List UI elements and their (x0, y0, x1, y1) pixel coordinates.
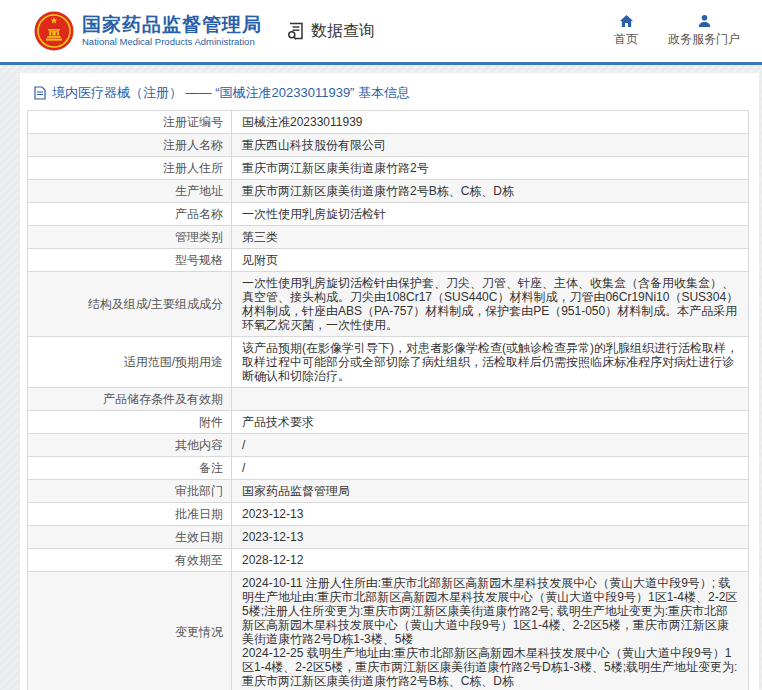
field-value: / (232, 457, 749, 480)
home-icon (619, 14, 634, 28)
data-query-icon (286, 21, 306, 41)
field-value: 见附页 (232, 249, 749, 272)
field-value: 重庆市两江新区康美街道康竹路2号B栋、C栋、D栋 (232, 180, 749, 203)
table-row: 产品储存条件及有效期 (28, 388, 749, 411)
breadcrumb: 境内医疗器械（注册） —— “国械注准20233011939” 基本信息 (20, 77, 759, 108)
field-label: 批准日期 (28, 503, 232, 526)
table-row: 批准日期 2023-12-13 (28, 503, 749, 526)
national-emblem-icon (34, 11, 74, 51)
field-label: 变更情况 (28, 572, 232, 690)
field-label: 管理类别 (28, 226, 232, 249)
field-label: 有效期至 (28, 549, 232, 572)
field-value: 一次性使用乳房旋切活检针 (232, 203, 749, 226)
field-label: 结构及组成/主要组成成分 (28, 272, 232, 337)
site-logo[interactable]: 国家药品监督管理局 National Medical Products Admi… (34, 11, 262, 51)
field-value: 2024-10-11 注册人住所由:重庆市北部新区高新园木星科技发展中心（黄山大… (232, 572, 749, 690)
field-value: 2023-12-13 (232, 503, 749, 526)
table-row: 附件 产品技术要求 (28, 411, 749, 434)
document-icon (34, 86, 46, 100)
field-label: 产品储存条件及有效期 (28, 388, 232, 411)
content-card: 境内医疗器械（注册） —— “国械注准20233011939” 基本信息 注册证… (20, 73, 759, 690)
data-query-label: 数据查询 (311, 21, 375, 42)
field-label: 注册证编号 (28, 111, 232, 134)
table-row: 结构及组成/主要组成成分 一次性使用乳房旋切活检针由保护套、刀尖、刀管、针座、主… (28, 272, 749, 337)
field-value: 2028-12-12 (232, 549, 749, 572)
table-row: 适用范围/预期用途 该产品预期(在影像学引导下)，对患者影像学检查(或触诊检查异… (28, 337, 749, 388)
field-value (232, 388, 749, 411)
table-row: 生产地址 重庆市两江新区康美街道康竹路2号B栋、C栋、D栋 (28, 180, 749, 203)
data-query-section[interactable]: 数据查询 (286, 21, 375, 42)
table-row: 注册人名称 重庆西山科技股份有限公司 (28, 134, 749, 157)
table-row: 型号规格 见附页 (28, 249, 749, 272)
field-value: / (232, 434, 749, 457)
site-title: 国家药品监督管理局 (82, 15, 262, 35)
page-background: 境内医疗器械（注册） —— “国械注准20233011939” 基本信息 注册证… (0, 65, 762, 690)
table-row: 管理类别 第三类 (28, 226, 749, 249)
top-nav: 首页 政务服务门户 (614, 14, 748, 48)
site-header: 国家药品监督管理局 National Medical Products Admi… (0, 0, 762, 62)
field-label: 审批部门 (28, 480, 232, 503)
field-label: 适用范围/预期用途 (28, 337, 232, 388)
field-value: 国械注准20233011939 (232, 111, 749, 134)
field-value: 重庆西山科技股份有限公司 (232, 134, 749, 157)
table-row: 生效日期 2023-12-13 (28, 526, 749, 549)
site-subtitle: National Medical Products Administration (82, 37, 262, 47)
field-label: 备注 (28, 457, 232, 480)
table-row: 备注 / (28, 457, 749, 480)
field-value: 国家药品监督管理局 (232, 480, 749, 503)
field-value: 产品技术要求 (232, 411, 749, 434)
table-row: 注册人住所 重庆市两江新区康美街道康竹路2号 (28, 157, 749, 180)
nav-gov-portal[interactable]: 政务服务门户 (668, 14, 740, 48)
table-row: 其他内容 / (28, 434, 749, 457)
field-value: 该产品预期(在影像学引导下)，对患者影像学检查(或触诊检查异常)的乳腺组织进行活… (232, 337, 749, 388)
field-value: 一次性使用乳房旋切活检针由保护套、刀尖、刀管、针座、主体、收集盒（含备用收集盒）… (232, 272, 749, 337)
field-value: 2023-12-13 (232, 526, 749, 549)
field-label: 生效日期 (28, 526, 232, 549)
field-label: 生产地址 (28, 180, 232, 203)
field-label: 其他内容 (28, 434, 232, 457)
table-row: 产品名称 一次性使用乳房旋切活检针 (28, 203, 749, 226)
user-icon (697, 14, 712, 28)
field-value: 重庆市两江新区康美街道康竹路2号 (232, 157, 749, 180)
field-label: 型号规格 (28, 249, 232, 272)
field-label: 附件 (28, 411, 232, 434)
field-label: 产品名称 (28, 203, 232, 226)
nav-gov-portal-label: 政务服务门户 (668, 31, 740, 48)
table-row: 变更情况 2024-10-11 注册人住所由:重庆市北部新区高新园木星科技发展中… (28, 572, 749, 690)
nav-home[interactable]: 首页 (614, 14, 638, 48)
table-row: 注册证编号 国械注准20233011939 (28, 111, 749, 134)
field-value: 第三类 (232, 226, 749, 249)
field-label: 注册人名称 (28, 134, 232, 157)
registration-info-table: 注册证编号 国械注准20233011939 注册人名称 重庆西山科技股份有限公司… (27, 110, 749, 690)
table-row: 审批部门 国家药品监督管理局 (28, 480, 749, 503)
nav-home-label: 首页 (614, 31, 638, 48)
breadcrumb-text: 境内医疗器械（注册） —— “国械注准20233011939” 基本信息 (52, 84, 410, 102)
table-row: 有效期至 2028-12-12 (28, 549, 749, 572)
field-label: 注册人住所 (28, 157, 232, 180)
